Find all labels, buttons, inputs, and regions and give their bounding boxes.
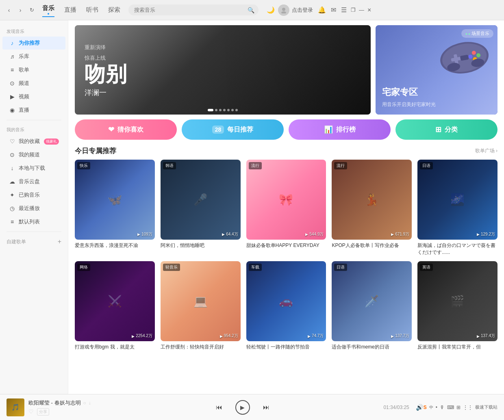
window-minimize-button[interactable]: — <box>359 7 364 13</box>
sidebar-item-video[interactable]: ▶ 视频 <box>2 90 65 103</box>
player-prev-button[interactable]: ⏮ <box>213 401 226 414</box>
sidebar-label-playlist: 歌单 <box>19 66 29 74</box>
playlist-item-4[interactable]: 💃 流行 671.9万 KPOP人必备歌单丨写作业必备 <box>332 160 412 255</box>
playlist-thumb-2: 🎤 韩语 64.4万 <box>161 160 241 240</box>
playlist-item-7[interactable]: 💻 轻音乐 954.2万 工作舒缓剂：轻快纯音开启好 <box>161 261 241 351</box>
window-close-button[interactable]: × <box>367 6 371 14</box>
playlist-thumb-6: ⚔️ 网络 2254.2万 <box>75 261 155 341</box>
system-dot: • <box>436 405 437 410</box>
guess-label: 猜你喜欢 <box>117 126 143 134</box>
sidebar-item-favorites[interactable]: ♡ 我的收藏 领豪礼 <box>2 135 65 148</box>
system-mic: 🎙 <box>440 405 445 410</box>
playlist-item-6[interactable]: ⚔️ 网络 2254.2万 打游戏专用bgm 我，就是太 <box>75 261 155 351</box>
video-icon: ▶ <box>9 93 15 100</box>
playlist-tag-9: 日语 <box>334 264 347 271</box>
bottom-player: 🎵 欧阳耀莹 - 春妖与志明 ○ ↓ ♡ 分享 ⏮ ▶ ⏭ 01:34/03:2… <box>0 394 504 420</box>
playlist-item-1[interactable]: 🦋 快乐 109万 爱意东升西落，浪漫至死不渝 <box>75 160 155 255</box>
refresh-button[interactable]: ↻ <box>28 6 36 14</box>
banner-side[interactable]: ● 场景音乐 <box>376 25 497 115</box>
tab-live[interactable]: 直播 <box>64 4 76 15</box>
tab-explore[interactable]: 探索 <box>108 4 120 15</box>
gamepad-icon <box>433 33 497 89</box>
forward-button[interactable]: › <box>16 6 24 14</box>
sidebar-item-channel[interactable]: ⊙ 频道 <box>2 77 65 90</box>
banner-dot-1[interactable] <box>208 109 213 111</box>
sidebar-item-myfreq[interactable]: ⊙ 我的频道 <box>2 148 65 161</box>
sidebar: 发现音乐 ♪ 为你推荐 ♬ 乐库 ≡ 歌单 ⊙ 频道 ▶ 视频 ◉ 直播 我的音… <box>0 20 68 394</box>
playlist-grid-row2: ⚔️ 网络 2254.2万 打游戏专用bgm 我，就是太 💻 轻音乐 954.2… <box>75 261 497 351</box>
sidebar-item-cloud[interactable]: ☁ 音乐云盘 <box>2 175 65 188</box>
rank-icon: 📊 <box>324 125 333 134</box>
notification-icon[interactable]: 🔔 <box>318 6 326 14</box>
sidebar-item-playlist[interactable]: ≡ 歌单 <box>2 63 65 76</box>
user-login-area[interactable]: 点击登录 <box>278 4 313 16</box>
playlist-item-2[interactable]: 🎤 韩语 64.4万 阿米们，悄悄地睡吧 <box>161 160 241 255</box>
create-playlist-label: 自建歌单 <box>7 238 26 245</box>
playlist-tag-8: 车载 <box>249 264 262 271</box>
tab-music[interactable]: 音乐 <box>42 3 54 17</box>
banner-dot-7[interactable] <box>235 109 238 111</box>
banner-dot-3[interactable] <box>219 109 222 111</box>
recent-icon: ◷ <box>9 205 15 212</box>
menu-icon[interactable]: ☰ <box>341 6 347 14</box>
playlist-thumb-3: 🎀 流行 544.9万 <box>246 160 326 240</box>
mail-icon[interactable]: ✉ <box>331 6 336 14</box>
banner-dot-5[interactable] <box>227 109 230 111</box>
title-bar-icons: 🔔 ✉ ☰ <box>318 6 347 14</box>
playlist-title-2: 阿米们，悄悄地睡吧 <box>161 242 241 249</box>
player-volume-icon[interactable]: 🔊 <box>416 404 424 411</box>
main-tabs: 音乐 直播 听书 探索 <box>42 3 120 17</box>
daily-label: 每日推荐 <box>227 126 253 134</box>
playlist-item-9[interactable]: 🗡️ 日语 137.7万 适合做手书和meme的日语 <box>332 261 412 351</box>
banner-dot-6[interactable] <box>231 109 234 111</box>
window-restore-icon[interactable]: ❐ <box>351 7 356 13</box>
system-icons: ⊞ <box>456 405 461 410</box>
quick-action-category[interactable]: ⊞ 分类 <box>395 119 497 140</box>
live-icon: ◉ <box>9 107 15 113</box>
banner-main-title: 吻别 <box>85 63 361 84</box>
local-icon: ↓ <box>9 165 15 171</box>
tab-audiobook[interactable]: 听书 <box>86 4 98 15</box>
playlist-item-5[interactable]: 🌌 日语 129.2万 新海誠，ば自分の口マンマで葵を書くだけです...... <box>417 160 497 255</box>
sidebar-item-default[interactable]: ≡ 默认列表 <box>2 215 65 228</box>
banner-side-desc: 用音乐开启美好宅家时光 <box>382 101 436 108</box>
player-share-button[interactable]: 分享 <box>37 408 49 416</box>
sidebar-item-library[interactable]: ♬ 乐库 <box>2 50 65 63</box>
myfreq-icon: ⊙ <box>9 152 15 158</box>
sidebar-create-playlist[interactable]: 自建歌单 + <box>0 235 68 248</box>
player-next-button[interactable]: ⏭ <box>260 401 273 414</box>
banner-dots <box>208 109 238 111</box>
player-thumbnail: 🎵 <box>7 398 24 416</box>
playlist-item-3[interactable]: 🎀 流行 544.9万 甜妹必备歌单HAPPY EVERYDAY <box>246 160 326 255</box>
sidebar-item-live[interactable]: ◉ 直播 <box>2 104 65 117</box>
sidebar-label-favorites: 我的收藏 <box>19 138 40 145</box>
search-input[interactable] <box>128 4 259 15</box>
sidebar-item-bought[interactable]: ✦ 已购音乐 <box>2 188 65 201</box>
back-button[interactable]: ‹ <box>5 6 13 14</box>
avatar <box>278 4 289 16</box>
quick-action-guess[interactable]: ❤ 猜你喜欢 <box>75 119 177 140</box>
create-playlist-plus-icon[interactable]: + <box>58 238 61 245</box>
section-more-link[interactable]: 歌单广场 › <box>475 147 497 154</box>
player-play-button[interactable]: ▶ <box>235 400 250 415</box>
playlist-title-8: 轻松驾驶丨一路伴随的节拍音 <box>246 344 326 351</box>
playlist-item-10[interactable]: 🎬 英语 137.4万 反派混剪丨我常笑口常开，但 <box>417 261 497 351</box>
playlist-tag-2: 韩语 <box>163 162 176 169</box>
banner-section: 重新演绎 惊喜上线 吻别 洋澜一 <box>75 25 497 115</box>
banner-dot-4[interactable] <box>223 109 226 111</box>
sidebar-item-local[interactable]: ↓ 本地与下载 <box>2 162 65 175</box>
sidebar-item-recent[interactable]: ◷ 最近播放 <box>2 202 65 215</box>
playlist-thumb-10: 🎬 英语 137.4万 <box>417 261 497 341</box>
player-like-button[interactable]: ♡ <box>28 408 34 416</box>
bought-icon: ✦ <box>9 192 15 198</box>
category-label: 分类 <box>445 126 458 134</box>
banner-dot-2[interactable] <box>215 109 217 111</box>
quick-action-rank[interactable]: 📊 排行榜 <box>289 119 391 140</box>
sidebar-item-recommend[interactable]: ♪ 为你推荐 <box>2 37 65 50</box>
quick-action-daily[interactable]: 28 每日推荐 <box>182 119 284 140</box>
playlist-item-8[interactable]: 🚗 车载 74.7万 轻松驾驶丨一路伴随的节拍音 <box>246 261 326 351</box>
playlist-title-3: 甜妹必备歌单HAPPY EVERYDAY <box>246 242 326 249</box>
sidebar-label-recommend: 为你推荐 <box>19 39 40 47</box>
banner-main[interactable]: 重新演绎 惊喜上线 吻别 洋澜一 <box>75 25 371 115</box>
theme-icon[interactable]: 🌙 <box>267 6 275 14</box>
